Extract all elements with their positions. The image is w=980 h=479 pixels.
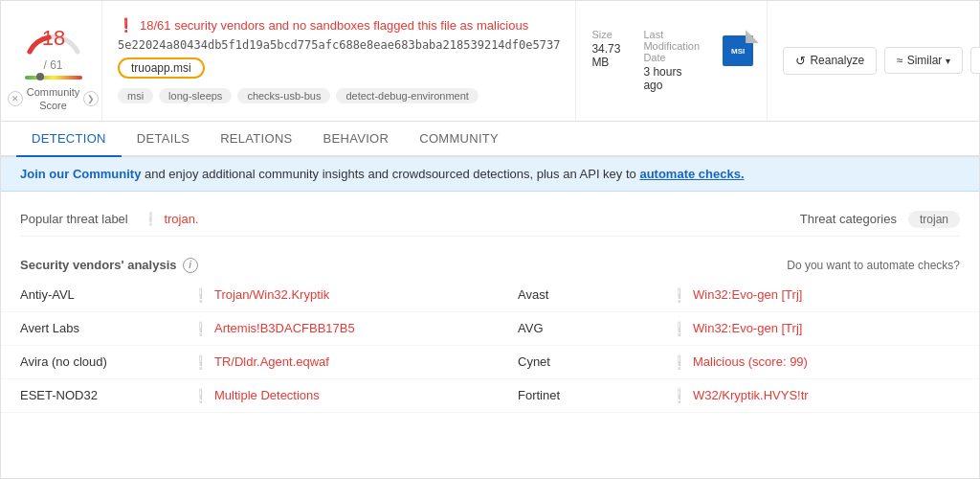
detection-icon-1: ❕: [192, 287, 209, 303]
tag-msi[interactable]: msi: [118, 88, 153, 103]
score-gauge: 18: [20, 9, 87, 58]
automate-checks-link[interactable]: automate checks.: [639, 167, 744, 181]
table-row: Avira (no cloud) ❕ TR/Dldr.Agent.eqwaf C…: [1, 345, 979, 378]
reanalyze-label: Reanalyze: [810, 54, 864, 67]
header-meta: Size 34.73 MB Last Modification Date 3 h…: [575, 1, 767, 121]
detection-icon-2b: ❕: [671, 321, 687, 336]
category-badge: trojan: [908, 211, 960, 228]
threat-warning-icon: ❕: [143, 212, 158, 226]
tag-usb-bus[interactable]: checks-usb-bus: [237, 88, 330, 103]
filename-badge: truoapp.msi: [118, 57, 205, 79]
vendor-name-1b: Avast: [499, 279, 652, 312]
threat-section: Popular threat label ❕ trojan. Threat ca…: [1, 192, 979, 248]
mod-label: Last Modification Date: [643, 29, 700, 63]
alert-icon: ❗: [118, 17, 134, 33]
detection-name-3b: Malicious (score: 99): [693, 354, 808, 369]
detection-name-4b: W32/Kryptik.HVYS!tr: [693, 388, 809, 402]
file-corner: [746, 30, 759, 43]
alert-row: ❗ 18/61 security vendors and no sandboxe…: [118, 17, 560, 33]
meta-row: Size 34.73 MB Last Modification Date 3 h…: [591, 29, 751, 92]
hash-row: 5e22024a80434db5f1d19a5bcd775afc688e8eae…: [118, 38, 560, 52]
main-container: 18 / 61 ✕ Community Score ❯ ❗ 18/61 secu…: [0, 0, 980, 479]
detection-name-2b: Win32:Evo-gen [Trj]: [693, 321, 802, 335]
mod-value: 3 hours ago: [643, 65, 700, 92]
score-denom: / 61: [43, 58, 62, 72]
score-section: 18 / 61 ✕ Community Score ❯: [16, 1, 102, 121]
filename-row: truoapp.msi: [118, 57, 560, 79]
content: Join our Community and enjoy additional …: [1, 157, 979, 478]
vendor-detection-4: ❕ Multiple Detections: [192, 388, 479, 403]
table-row: ESET-NOD32 ❕ Multiple Detections Fortine…: [1, 378, 979, 412]
more-button[interactable]: More ▾: [970, 47, 980, 74]
table-row: Avert Labs ❕ Artemis!B3DACFBB17B5 AVG ❕ …: [1, 311, 979, 345]
tags-row: msi long-sleeps checks-usb-bus detect-de…: [118, 88, 560, 103]
vendor-name-2b: AVG: [499, 311, 652, 345]
vendor-name-3: Avira (no cloud): [1, 345, 173, 378]
vendor-name-3b: Cynet: [499, 345, 652, 378]
detection-icon-1b: ❕: [671, 287, 687, 303]
vendor-table: Antiy-AVL ❕ Trojan/Win32.Kryptik Avast ❕…: [1, 279, 979, 413]
tag-long-sleeps[interactable]: long-sleeps: [159, 88, 232, 103]
header-info: ❗ 18/61 security vendors and no sandboxe…: [102, 1, 575, 121]
meta-mod-date: Last Modification Date 3 hours ago: [643, 29, 700, 92]
detection-name-2: Artemis!B3DACFBB17B5: [214, 321, 355, 335]
score-indicator: [36, 73, 44, 80]
score-bar: [25, 76, 82, 80]
header: 18 / 61 ✕ Community Score ❯ ❗ 18/61 secu…: [1, 1, 979, 122]
reanalyze-icon: ↺: [795, 54, 806, 68]
hash-value: 5e22024a80434db5f1d19a5bcd775afc688e8eae…: [118, 38, 560, 52]
detection-name-1b: Win32:Evo-gen [Trj]: [693, 287, 802, 302]
detection-name-3: TR/Dldr.Agent.eqwaf: [214, 354, 329, 369]
vendor-name-1: Antiy-AVL: [1, 279, 173, 312]
vendor-detection-1b: ❕ Win32:Evo-gen [Trj]: [671, 287, 960, 303]
categories-label: Threat categories: [800, 212, 897, 226]
vendor-name-2: Avert Labs: [1, 311, 173, 345]
tab-details[interactable]: DETAILS: [122, 122, 205, 157]
vendor-detection-3: ❕ TR/Dldr.Agent.eqwaf: [192, 354, 479, 370]
detection-icon-3b: ❕: [671, 354, 687, 370]
threat-categories-row: Threat categories trojan: [800, 211, 960, 228]
reanalyze-button[interactable]: ↺ Reanalyze: [783, 47, 877, 75]
filetype-label: MSI: [731, 47, 745, 56]
vendor-name-4b: Fortinet: [499, 378, 652, 412]
vendor-detection-3b: ❕ Malicious (score: 99): [671, 354, 960, 370]
cs-down-arrow[interactable]: ✕: [8, 91, 23, 106]
size-label: Size: [591, 29, 620, 40]
vendor-detection-1: ❕ Trojan/Win32.Kryptik: [192, 287, 479, 303]
tab-behavior[interactable]: BEHAVIOR: [308, 122, 405, 157]
vendors-header: Security vendors' analysis i Do you want…: [1, 248, 979, 279]
info-icon[interactable]: i: [183, 258, 198, 273]
popular-label: Popular threat label: [20, 212, 128, 226]
alert-text: 18/61 security vendors and no sandboxes …: [140, 18, 528, 33]
vendor-detection-2b: ❕ Win32:Evo-gen [Trj]: [671, 321, 960, 336]
detection-icon-4b: ❕: [671, 388, 687, 403]
detection-icon-4: ❕: [192, 388, 209, 403]
automate-link: Do you want to automate checks?: [787, 259, 960, 272]
vendor-detection-4b: ❕ W32/Kryptik.HVYS!tr: [671, 388, 960, 403]
score-number: 18: [41, 26, 64, 50]
similar-button[interactable]: ≈ Similar ▾: [884, 47, 963, 74]
join-community-link[interactable]: Join our Community: [20, 167, 141, 181]
banner-middle-text: and enjoy additional community insights …: [141, 167, 639, 181]
community-banner: Join our Community and enjoy additional …: [1, 157, 979, 192]
tab-detection[interactable]: DETECTION: [16, 122, 122, 157]
nav-tabs: DETECTION DETAILS RELATIONS BEHAVIOR COM…: [1, 122, 979, 157]
size-value: 34.73 MB: [591, 42, 620, 69]
vendors-title: Security vendors' analysis i: [20, 258, 198, 273]
popular-threat-label: Popular threat label ❕ trojan.: [20, 212, 199, 226]
tag-debug-env[interactable]: detect-debug-environment: [336, 88, 478, 103]
detection-name-1: Trojan/Win32.Kryptik: [214, 287, 329, 302]
tab-relations[interactable]: RELATIONS: [205, 122, 307, 157]
tab-community[interactable]: COMMUNITY: [404, 122, 514, 157]
similar-label: Similar: [907, 54, 943, 67]
vendors-title-text: Security vendors' analysis: [20, 258, 177, 272]
header-actions: ↺ Reanalyze ≈ Similar ▾ More ▾: [767, 1, 980, 121]
table-row: Antiy-AVL ❕ Trojan/Win32.Kryptik Avast ❕…: [1, 279, 979, 312]
community-score-label: ✕ Community Score ❯: [8, 85, 100, 113]
detection-icon-3: ❕: [192, 354, 209, 370]
threat-row: Popular threat label ❕ trojan. Threat ca…: [20, 203, 960, 237]
cs-up-arrow[interactable]: ❯: [83, 91, 99, 106]
similar-chevron-icon: ▾: [946, 56, 950, 66]
detection-icon-2: ❕: [192, 321, 209, 336]
vendor-detection-2: ❕ Artemis!B3DACFBB17B5: [192, 321, 479, 336]
